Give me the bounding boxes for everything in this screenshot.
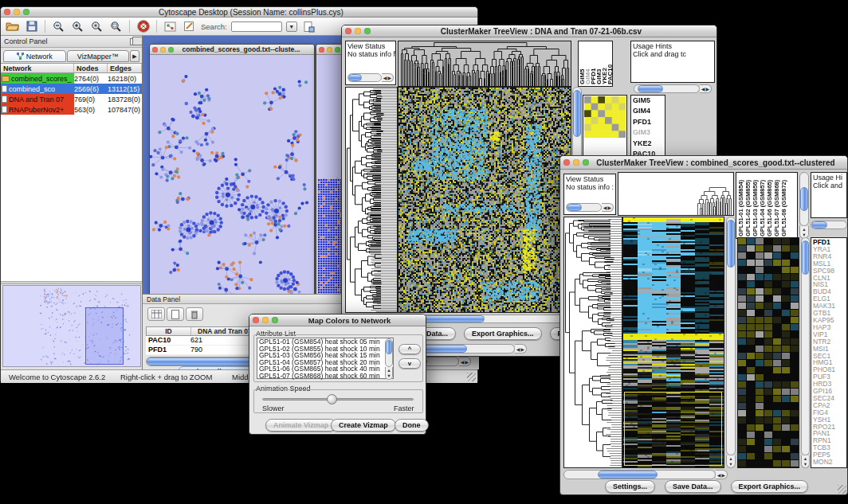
new-attribute-icon[interactable] [167,307,184,321]
scrollbar-track[interactable] [347,73,382,82]
attribute-list-item[interactable]: GPL51-06 (GSM865) heat shock 40 min [257,365,393,373]
scroll-left-icon[interactable]: ◀ [717,472,721,478]
network-canvas[interactable] [150,55,314,299]
heatmap-panel[interactable] [398,87,571,313]
zoom-button[interactable] [364,28,371,34]
attribute-list-item[interactable]: GPL51-02 (GSM855) heat shock 10 min [257,346,393,353]
network-view-window[interactable]: combined_scores_good.txt--cluste... [149,44,315,300]
scrollbar-thumb[interactable] [567,204,582,211]
mini-heatmap-panel[interactable] [583,95,627,160]
scroll-left-icon[interactable]: ◀ [516,346,520,352]
export-graphics-button[interactable]: Export Graphics... [464,327,542,340]
gene-label[interactable]: GIM3 [631,127,665,138]
network-list-row[interactable]: RNAPuberNov2+563(0)107847(0) [1,104,142,115]
network-list-body[interactable] [1,115,142,281]
zoom-button[interactable] [583,159,589,166]
scrollbar-thumb[interactable] [727,220,735,268]
scrollbar-thumb[interactable] [348,74,362,81]
treeview2-bottom-hscroll[interactable]: ◀▶ [563,470,728,479]
network-list-row[interactable]: combined_sco2569(6)13112(15) [1,84,142,94]
zoom-button[interactable] [168,47,174,53]
animate-vizmap-button[interactable]: Animate Vizmap [265,419,336,432]
network-list-row[interactable]: combined_scores_2764(0)16218(0) [1,73,142,84]
scrollbar-thumb[interactable] [386,340,392,354]
gene-label[interactable]: PFD1 [631,117,665,127]
delete-attribute-icon[interactable] [186,307,203,321]
column-dendrogram-panel[interactable] [618,172,734,216]
panel-splitter[interactable] [1,281,142,284]
scroll-up-icon[interactable]: ▲ [728,456,732,461]
scrollbar-thumb[interactable] [573,90,581,137]
column-dendrogram-panel[interactable] [398,41,571,87]
close-button[interactable] [563,159,570,166]
treeview-window-combined[interactable]: ClusterMaker TreeView : combined_scores_… [559,155,848,495]
minimize-button[interactable] [160,47,166,53]
scrollbar-track[interactable] [385,338,393,367]
scroll-down-icon[interactable]: ▼ [387,373,391,378]
close-button[interactable] [319,47,324,53]
zoom-button[interactable] [335,47,340,53]
view-status-hscroll[interactable]: ◀▶ [566,203,614,212]
dialog-titlebar[interactable]: Map Colors to Network [249,315,426,326]
save-data-button[interactable]: Save Data... [665,480,721,493]
network-view-titlebar[interactable]: combined_scores_good.txt--cluste... [150,45,314,55]
resize-grip[interactable] [467,373,476,381]
create-vizmap-button[interactable]: Create Vizmap [331,419,396,432]
tab-vizmapper[interactable]: VizMapper™ [67,50,130,62]
scrollbar-thumb[interactable] [802,240,809,275]
zoom-heatmap-panel[interactable] [737,237,799,468]
attribute-list-item[interactable]: GPL51-01 (GSM854) heat shock 05 min [257,338,393,346]
scroll-up-icon[interactable]: ▲ [803,456,807,461]
main-titlebar[interactable]: Cytoscape Desktop (Session Name: collins… [1,7,477,18]
col-nodes[interactable]: Nodes [74,64,108,72]
scroll-down-icon[interactable]: ▼ [728,462,732,467]
scroll-right-icon[interactable]: ▶ [465,359,469,365]
save-icon[interactable] [24,19,39,34]
heatmap-vscroll[interactable]: ▲▼ [726,217,736,468]
column-labels-vscroll[interactable]: ▲▼ [799,172,809,239]
annotation-icon[interactable] [182,19,197,34]
export-graphics-button[interactable]: Export Graphics... [731,480,809,493]
zoom-out-icon[interactable] [51,19,66,34]
attribute-list[interactable]: GPL51-01 (GSM854) heat shock 05 minGPL51… [257,338,394,379]
gene-list-vscroll[interactable]: ▲▼ [801,237,810,468]
scroll-left-icon[interactable]: ◀ [603,205,607,210]
scrollbar-track[interactable] [811,221,847,229]
treeview2-titlebar[interactable]: ClusterMaker TreeView : combined_scores_… [560,156,847,170]
scroll-right-icon[interactable]: ▶ [721,472,725,478]
zoom-button[interactable] [23,9,29,15]
scrollbar-thumb[interactable] [800,187,808,210]
scrollbar-track[interactable] [634,84,700,93]
settings-button[interactable]: Settings... [605,480,655,493]
scrollbar-thumb[interactable] [811,221,827,229]
attribute-list-vscroll[interactable]: ▲▼ [385,338,393,380]
close-button[interactable] [345,28,351,34]
scrollbar-thumb[interactable] [638,85,663,92]
scrollbar-thumb[interactable] [598,471,658,479]
search-input[interactable] [231,21,282,32]
float-panel-icon[interactable] [130,38,139,45]
scroll-right-icon[interactable]: ▶ [387,75,391,80]
row-dendrogram-panel[interactable] [563,217,622,468]
attribute-list-item[interactable]: GPL51-07 (GSM868) heat shock 60 min [257,373,393,380]
scroll-left-icon[interactable]: ◀ [383,75,387,80]
scroll-up-icon[interactable]: ▲ [802,227,806,232]
minimize-button[interactable] [14,9,20,15]
minimize-button[interactable] [355,28,361,34]
usage-hints-hscroll[interactable] [811,221,847,229]
network-overview-panel[interactable] [2,285,141,367]
scrollbar-track[interactable] [726,217,736,455]
gene-label[interactable]: MON2 [811,459,846,466]
done-button[interactable]: Done [395,419,429,432]
scroll-right-icon[interactable]: ▶ [607,205,611,210]
move-up-button[interactable]: ^ [398,344,421,354]
close-button[interactable] [4,9,10,15]
minimize-button[interactable] [262,317,269,323]
network-list-row[interactable]: DNA and Tran 07769(0)183728(0) [1,94,142,104]
scrollbar-track[interactable] [566,203,602,212]
tab-overflow-button[interactable]: ▶ [130,50,139,62]
row-dendrogram-panel[interactable] [345,87,398,313]
plugin-manager-icon[interactable] [163,19,178,34]
minimize-button[interactable] [573,159,579,166]
close-button[interactable] [253,317,259,323]
